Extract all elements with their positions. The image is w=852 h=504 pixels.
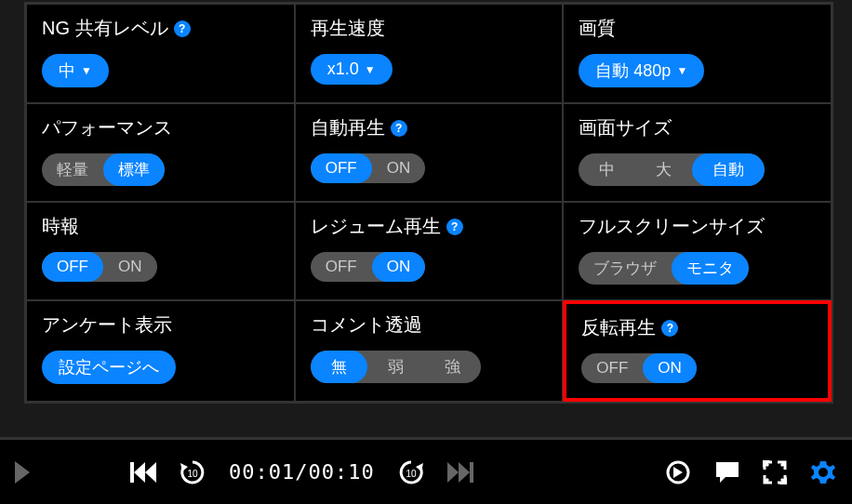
reverse-on[interactable]: ON (643, 353, 697, 383)
svg-marker-12 (673, 467, 683, 478)
performance: パフォーマンス 軽量 標準 (26, 103, 295, 202)
quality-dropdown[interactable]: 自動 480p ▼ (579, 54, 704, 87)
performance-standard[interactable]: 標準 (103, 153, 165, 186)
chime-toggle[interactable]: OFF ON (42, 252, 157, 282)
chime-title: 時報 (42, 214, 79, 239)
time-display: 00:01/00:10 (229, 460, 375, 484)
player-controlbar: 10 00:01/00:10 10 (0, 437, 852, 504)
autoplay-on[interactable]: ON (372, 153, 426, 183)
performance-light[interactable]: 軽量 (42, 153, 103, 186)
svg-marker-14 (779, 477, 787, 484)
comment-alpha-none[interactable]: 無 (311, 351, 367, 383)
skip-back-icon[interactable] (130, 462, 156, 483)
performance-toggle[interactable]: 軽量 標準 (42, 153, 165, 186)
speed-dropdown[interactable]: x1.0 ▼ (311, 54, 393, 85)
chime-off[interactable]: OFF (42, 252, 103, 282)
speed-value: x1.0 (327, 60, 359, 79)
repeat-icon[interactable] (664, 458, 692, 486)
comment-alpha-seg[interactable]: 無 弱 強 (311, 351, 481, 383)
svg-text:10: 10 (187, 469, 198, 479)
survey: アンケート表示 設定ページへ (26, 300, 295, 402)
autoplay-toggle[interactable]: OFF ON (311, 153, 426, 183)
autoplay-title: 自動再生 (311, 115, 385, 140)
duration: 00:10 (308, 460, 374, 484)
help-icon[interactable]: ? (391, 120, 407, 137)
svg-marker-9 (459, 462, 470, 483)
chevron-down-icon: ▼ (81, 64, 92, 77)
reverse-playback: 反転再生 ? OFF ON (563, 300, 832, 402)
screen-size-large[interactable]: 大 (635, 153, 692, 186)
ng-share-title: NG 共有レベル (42, 16, 168, 41)
screen-size-title: 画面サイズ (579, 115, 672, 140)
chevron-down-icon: ▼ (365, 63, 376, 76)
comment-alpha-weak[interactable]: 弱 (367, 351, 424, 383)
chevron-down-icon: ▼ (676, 64, 687, 77)
performance-title: パフォーマンス (42, 115, 172, 140)
resume-off[interactable]: OFF (311, 252, 372, 282)
ng-share-level: NG 共有レベル ? 中 ▼ (26, 4, 295, 103)
settings-panel: NG 共有レベル ? 中 ▼ 再生速度 x1.0 ▼ 画質 自動 480p ▼ … (24, 2, 833, 404)
help-icon[interactable]: ? (174, 20, 191, 37)
ng-share-value: 中 (59, 60, 75, 82)
autoplay: 自動再生 ? OFF ON (295, 103, 564, 202)
fullscreen-monitor[interactable]: モニタ (672, 252, 749, 285)
comment-icon[interactable] (714, 460, 740, 484)
comment-alpha: コメント透過 無 弱 強 (295, 300, 564, 402)
svg-marker-3 (145, 462, 156, 483)
survey-button[interactable]: 設定ページへ (42, 351, 176, 384)
reverse-title: 反転再生 (581, 315, 656, 340)
screen-size-auto[interactable]: 自動 (692, 153, 765, 186)
playback-speed: 再生速度 x1.0 ▼ (295, 4, 564, 103)
svg-marker-8 (447, 462, 459, 483)
fullscreen-size: フルスクリーンサイズ ブラウザ モニタ (563, 202, 832, 300)
help-icon[interactable]: ? (661, 320, 678, 337)
chime: 時報 OFF ON (26, 202, 295, 300)
quality-value: 自動 480p (595, 60, 671, 82)
screen-size: 画面サイズ 中 大 自動 (563, 103, 832, 202)
current-time: 00:01 (229, 460, 295, 484)
svg-text:10: 10 (406, 469, 417, 479)
svg-point-15 (819, 468, 828, 477)
chime-on[interactable]: ON (103, 252, 157, 282)
svg-marker-2 (134, 462, 145, 483)
rewind-10-icon[interactable]: 10 (179, 458, 206, 486)
screen-size-seg[interactable]: 中 大 自動 (579, 153, 765, 186)
survey-title: アンケート表示 (42, 312, 172, 338)
svg-marker-13 (763, 460, 770, 468)
speed-title: 再生速度 (311, 16, 385, 41)
resume: レジューム再生 ? OFF ON (295, 202, 564, 300)
comment-alpha-title: コメント透過 (311, 312, 422, 338)
expand-icon[interactable] (763, 460, 787, 484)
ng-share-dropdown[interactable]: 中 ▼ (42, 54, 109, 87)
autoplay-off[interactable]: OFF (311, 153, 372, 183)
fullscreen-toggle[interactable]: ブラウザ モニタ (579, 252, 749, 285)
resume-title: レジューム再生 (311, 214, 441, 239)
reverse-off[interactable]: OFF (581, 353, 643, 383)
resume-toggle[interactable]: OFF ON (311, 252, 426, 282)
svg-marker-0 (15, 461, 30, 484)
fullscreen-title: フルスクリーンサイズ (579, 214, 765, 239)
svg-rect-10 (470, 462, 473, 483)
resume-on[interactable]: ON (372, 252, 426, 282)
play-icon[interactable] (15, 461, 30, 484)
skip-forward-icon[interactable] (447, 462, 473, 483)
quality-title: 画質 (579, 16, 616, 41)
comment-alpha-strong[interactable]: 強 (424, 351, 481, 383)
survey-button-label: 設定ページへ (59, 356, 159, 378)
svg-rect-1 (130, 462, 134, 483)
help-icon[interactable]: ? (446, 219, 463, 235)
reverse-toggle[interactable]: OFF ON (581, 353, 697, 383)
quality: 画質 自動 480p ▼ (563, 4, 832, 103)
fullscreen-browser[interactable]: ブラウザ (579, 252, 672, 285)
forward-10-icon[interactable]: 10 (397, 458, 425, 486)
settings-gear-icon[interactable] (809, 458, 837, 486)
screen-size-medium[interactable]: 中 (579, 153, 635, 186)
